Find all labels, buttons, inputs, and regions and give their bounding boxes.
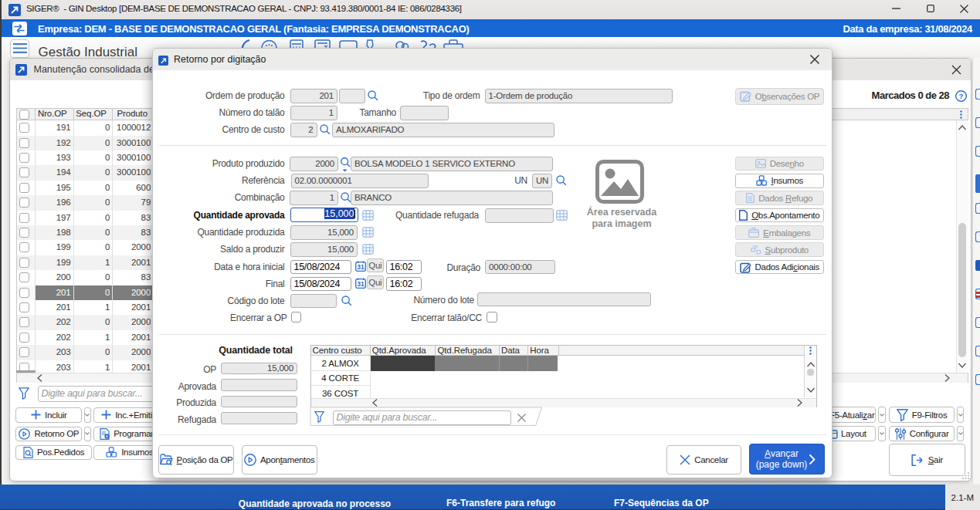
svg-text:31: 31 xyxy=(357,280,365,288)
svg-text:?: ? xyxy=(958,92,963,100)
svg-text:31: 31 xyxy=(357,263,365,271)
